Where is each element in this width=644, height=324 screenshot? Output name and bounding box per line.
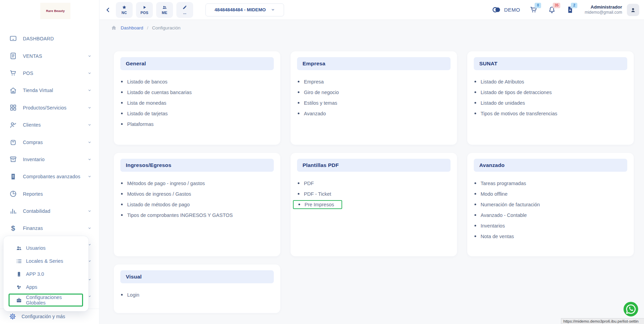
card-link-tipos-de-comprobantes-ingresos-y-gastos[interactable]: Tipos de comprobantes INGRESOS Y GASTOS [120, 210, 274, 220]
card-link-estilos-y-temas[interactable]: Estilos y temas [297, 98, 451, 108]
card-link-label: Login [127, 292, 139, 298]
star-icon [122, 5, 127, 10]
bullet-icon [121, 113, 123, 114]
sidebar-item-inventario[interactable]: Inventario [0, 151, 99, 168]
sidebar-item-dashboard[interactable]: DASHBOARD [0, 30, 99, 47]
sidebar-item-pos[interactable]: POS [0, 65, 99, 82]
sidebar-item-clientes[interactable]: Clientes [0, 116, 99, 133]
company-select-value: 48484848484 - MIDEMO [214, 7, 266, 12]
sidebar-item-tienda-virtual[interactable]: Tienda Virtual [0, 82, 99, 99]
sidebar-item-productos-servicios[interactable]: Productos/Servicios [0, 99, 99, 116]
popup-item-app-3-0[interactable]: APP 3.0 [3, 268, 89, 281]
sidebar-item-label: POS [23, 70, 33, 76]
card-link-label: Listado de cuentas bancarias [127, 90, 192, 95]
sidebar-item-label: Productos/Servicios [23, 105, 67, 111]
home-icon[interactable] [111, 25, 117, 31]
card-link-label: Pre Impresos [305, 202, 334, 207]
breadcrumb: Dashboard / Configuración [99, 20, 644, 36]
popup-item-configuraciones-globales[interactable]: Configuraciones Globales [3, 294, 89, 307]
bullet-icon [121, 91, 123, 93]
card-link-empresa[interactable]: Empresa [297, 76, 451, 87]
list-icon [16, 258, 22, 264]
sidebar-item-label: Finanzas [23, 225, 43, 231]
breadcrumb-dashboard[interactable]: Dashboard [121, 25, 143, 30]
chevron-down-icon [88, 123, 92, 127]
popup-item-usuarios[interactable]: Usuarios [3, 242, 89, 255]
sidebar-item-comprobantes-avanzados[interactable]: Comprobantes avanzados [0, 168, 99, 185]
card-link-pre-impresos[interactable]: Pre Impresos [297, 199, 451, 210]
card-link-listado-de-unidades[interactable]: Listado de unidades [474, 98, 627, 108]
toggle-icon [492, 5, 501, 14]
card-link-label: Listado de Atributos [481, 79, 524, 85]
card-plantillas-pdf: Plantillas PDFPDFPDF - TicketPre Impreso… [291, 153, 457, 256]
sidebar-item-label: Comprobantes avanzados [23, 174, 80, 179]
dollar-icon: $ [9, 224, 17, 232]
documents-button[interactable]: 2 [566, 5, 574, 14]
card-link-listado-de-tipos-de-detracciones[interactable]: Listado de tipos de detracciones [474, 87, 627, 98]
sidebar-item-label: VENTAS [23, 53, 42, 59]
card-link-listado-de-metodos-de-pago[interactable]: Listado de métodos de pago [120, 199, 274, 210]
topbar-right: DEMO 0 35 2 Administrador midemo@gmail.c… [492, 4, 639, 16]
card-link-pdf[interactable]: PDF [297, 178, 451, 189]
pie-icon [9, 190, 17, 198]
sidebar-item-ventas[interactable]: VENTAS [0, 47, 99, 64]
quick-button-more[interactable]: ... [176, 2, 193, 18]
quick-button-nc[interactable]: NC [116, 2, 133, 18]
card-link-tipos-de-motivos-de-transferencias[interactable]: Tipos de motivos de transferencias [474, 108, 627, 119]
back-button[interactable] [105, 7, 111, 13]
card-link-giro-de-negocio[interactable]: Giro de negocio [297, 87, 451, 98]
card-link-listado-de-tarjetas[interactable]: Listado de tarjetas [120, 108, 274, 119]
quick-button-label: ME [162, 11, 167, 15]
card-link-login[interactable]: Login [120, 289, 274, 300]
card-link-listado-de-bancos[interactable]: Listado de bancos [120, 76, 274, 87]
popup-item-apps[interactable]: Apps [3, 281, 89, 294]
bullet-icon [121, 193, 123, 195]
quick-button-me[interactable]: ME [156, 2, 173, 18]
cart-button[interactable]: 0 [529, 5, 538, 14]
company-select[interactable]: 48484848484 - MIDEMO [205, 3, 284, 16]
card-link-avanzado-contable[interactable]: Avanzado - Contable [474, 210, 627, 220]
card-link-metodos-de-pago-ingreso-gastos[interactable]: Métodos de pago - ingreso / gastos [120, 178, 274, 189]
sidebar-item-label: Clientes [23, 122, 41, 128]
sidebar-item-contabilidad[interactable]: Contabilidad [0, 203, 99, 220]
card-link-list: EmpresaGiro de negocioEstilos y temasAva… [297, 76, 451, 119]
card-link-tareas-programadas[interactable]: Tareas programadas [474, 178, 627, 189]
card-link-plataformas[interactable]: Plataformas [120, 119, 274, 129]
card-link-motivos-de-ingresos-gastos[interactable]: Motivos de ingresos / Gastos [120, 189, 274, 199]
store-icon [9, 87, 17, 94]
bullet-icon [474, 91, 476, 93]
card-link-listado-de-atributos[interactable]: Listado de Atributos [474, 76, 627, 87]
demo-toggle[interactable]: DEMO [492, 5, 520, 14]
sidebar-item-compras[interactable]: Compras [0, 133, 99, 151]
person-icon [630, 7, 636, 13]
card-title: Empresa [303, 61, 325, 67]
popup-item-label: Locales & Series [26, 258, 63, 264]
user-menu-button[interactable] [627, 4, 639, 16]
quick-button-pos[interactable]: POS [136, 2, 153, 18]
sidebar-item-label: DASHBOARD [23, 36, 54, 41]
card-link-label: Listado de bancos [127, 79, 167, 85]
bullet-icon [298, 91, 299, 93]
card-link-label: Tipos de comprobantes INGRESOS Y GASTOS [127, 212, 233, 218]
bullet-icon [298, 182, 299, 184]
card-link-listado-de-cuentas-bancarias[interactable]: Listado de cuentas bancarias [120, 87, 274, 98]
card-link-avanzado[interactable]: Avanzado [297, 108, 451, 119]
sidebar-item-finanzas[interactable]: $Finanzas [0, 220, 99, 237]
card-link-lista-de-monedas[interactable]: Lista de monedas [120, 98, 274, 108]
users-icon [16, 245, 22, 251]
company-logo[interactable]: Rare Beauty [40, 3, 70, 19]
card-header: General [120, 57, 274, 70]
card-link-pdf-ticket[interactable]: PDF - Ticket [297, 189, 451, 199]
popup-item-locales-series[interactable]: Locales & Series [3, 255, 89, 268]
card-link-inventarios[interactable]: Inventarios [474, 220, 627, 231]
grid-icon [9, 104, 17, 112]
card-link-nota-de-ventas[interactable]: Nota de ventas [474, 231, 627, 242]
card-link-numeracion-de-facturacion[interactable]: Numeración de facturación [474, 199, 627, 210]
bullet-icon [474, 214, 476, 216]
popup-item-label: Configuraciones Globales [26, 295, 82, 306]
sidebar-item-reportes[interactable]: Reportes [0, 185, 99, 203]
whatsapp-button[interactable] [623, 301, 639, 317]
cart-icon [9, 69, 17, 77]
notifications-button[interactable]: 35 [548, 5, 556, 14]
card-link-modo-offline[interactable]: Modo offline [474, 189, 627, 199]
